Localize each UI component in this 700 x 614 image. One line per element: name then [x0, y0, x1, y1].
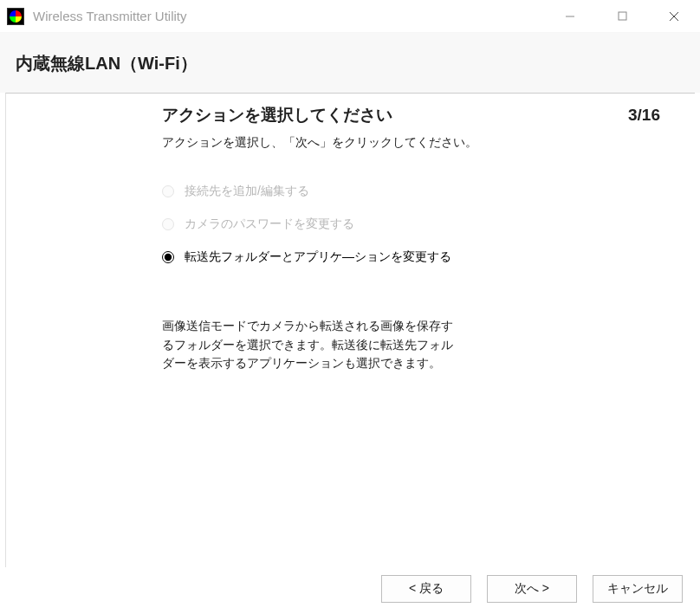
- app-title: Wireless Transmitter Utility: [33, 9, 544, 23]
- step-instruction: アクションを選択し、「次へ」をクリックしてください。: [162, 135, 669, 151]
- radio-input-password: [162, 218, 174, 230]
- maximize-button[interactable]: [596, 0, 648, 32]
- cancel-button[interactable]: キャンセル: [593, 575, 683, 603]
- svg-rect-1: [619, 12, 626, 20]
- titlebar: Wireless Transmitter Utility: [0, 0, 700, 33]
- wizard-panel: アクションを選択してください 3/16 アクションを選択し、「次へ」をクリックし…: [5, 93, 695, 567]
- radio-input-folder[interactable]: [162, 251, 174, 263]
- step-count: 3/16: [628, 106, 669, 125]
- radio-option-add-edit: 接続先を追加/編集する: [162, 184, 669, 199]
- window-controls: [544, 0, 700, 32]
- next-button[interactable]: 次へ >: [487, 575, 577, 603]
- option-description: 画像送信モードでカメラから転送される画像を保存するフォルダーを選択できます。転送…: [162, 317, 461, 373]
- step-title: アクションを選択してください: [162, 104, 392, 126]
- close-button[interactable]: [648, 0, 700, 32]
- page-title: 内蔵無線LAN（Wi-Fi）: [16, 52, 684, 75]
- app-icon: [7, 8, 24, 25]
- page-header: 内蔵無線LAN（Wi-Fi）: [0, 33, 700, 93]
- step-title-row: アクションを選択してください 3/16: [162, 104, 669, 126]
- action-radio-group: 接続先を追加/編集する カメラのパスワードを変更する 転送先フォルダーとアプリケ…: [162, 184, 669, 265]
- minimize-button[interactable]: [544, 0, 596, 32]
- back-button[interactable]: < 戻る: [381, 575, 471, 603]
- radio-option-folder[interactable]: 転送先フォルダーとアプリケ―ションを変更する: [162, 249, 669, 265]
- radio-label: カメラのパスワードを変更する: [185, 217, 354, 232]
- panel-wrap: アクションを選択してください 3/16 アクションを選択し、「次へ」をクリックし…: [0, 93, 700, 567]
- radio-label: 接続先を追加/編集する: [185, 184, 309, 199]
- radio-input-add-edit: [162, 185, 174, 197]
- radio-option-password: カメラのパスワードを変更する: [162, 217, 669, 232]
- radio-label: 転送先フォルダーとアプリケ―ションを変更する: [185, 249, 451, 265]
- wizard-buttons: < 戻る 次へ > キャンセル: [381, 575, 683, 603]
